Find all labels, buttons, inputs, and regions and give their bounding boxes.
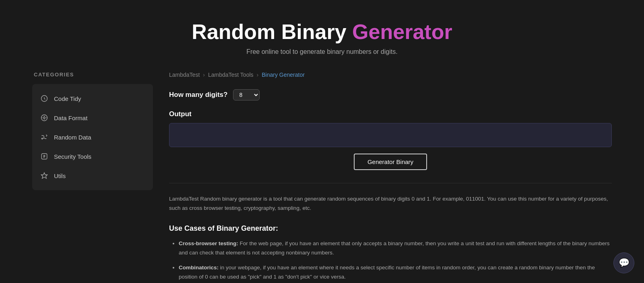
use-case-item-1: Combinatorics: in your webpage, if you h…	[179, 263, 612, 282]
random-data-icon	[40, 133, 48, 141]
sidebar: CATEGORIES Code Tidy	[32, 72, 153, 283]
sidebar-item-label-code-tidy: Code Tidy	[54, 95, 81, 102]
sidebar-item-label-utils: Utils	[54, 172, 66, 179]
digits-row: How many digits? 4 8 16 32 64 128	[169, 89, 612, 100]
chat-icon: 💬	[619, 258, 630, 268]
output-label: Output	[169, 110, 612, 118]
digits-select[interactable]: 4 8 16 32 64 128	[233, 89, 260, 100]
use-case-text-1: in your webpage, if you have an element …	[179, 265, 595, 280]
description-text: LambdaTest Random binary generator is a …	[169, 195, 612, 213]
use-case-text-0: For the web page, if you have an element…	[179, 240, 610, 256]
data-format-icon	[40, 114, 48, 122]
breadcrumb-sep-1: ›	[257, 72, 259, 78]
output-area	[169, 123, 612, 147]
sidebar-menu: Code Tidy Data Format	[32, 84, 153, 190]
tool-section: How many digits? 4 8 16 32 64 128 Output…	[169, 89, 612, 170]
sidebar-item-label-data-format: Data Format	[54, 115, 87, 121]
divider	[169, 183, 612, 183]
sidebar-item-random-data[interactable]: Random Data	[32, 127, 153, 147]
use-case-term-1: Combinatorics:	[179, 265, 219, 271]
generate-btn-row: Generator Binary	[169, 154, 612, 170]
breadcrumb-item-0[interactable]: LambdaTest	[169, 72, 200, 78]
page-header: Random Binary Generator Free online tool…	[0, 0, 644, 72]
sidebar-item-data-format[interactable]: Data Format	[32, 108, 153, 127]
chat-button[interactable]: 💬	[613, 252, 634, 273]
generate-binary-button[interactable]: Generator Binary	[354, 154, 427, 170]
breadcrumb-sep-0: ›	[203, 72, 205, 78]
main-container: CATEGORIES Code Tidy	[0, 72, 644, 283]
svg-marker-3	[41, 173, 47, 178]
digits-label: How many digits?	[169, 91, 227, 99]
use-cases-list: Cross-browser testing: For the web page,…	[169, 239, 612, 282]
utils-icon	[40, 172, 48, 180]
breadcrumb: LambdaTest › LambdaTest Tools › Binary G…	[169, 72, 612, 78]
sidebar-item-label-security-tools: Security Tools	[54, 153, 91, 160]
sidebar-item-code-tidy[interactable]: Code Tidy	[32, 89, 153, 108]
breadcrumb-item-2: Binary Generator	[262, 72, 305, 78]
use-case-term-0: Cross-browser testing:	[179, 240, 238, 246]
use-cases-title: Use Cases of Binary Generator:	[169, 224, 612, 233]
sidebar-item-utils[interactable]: Utils	[32, 166, 153, 185]
categories-label: CATEGORIES	[32, 72, 153, 78]
svg-point-1	[43, 117, 45, 119]
title-accent: Generator	[352, 20, 452, 43]
use-case-item-0: Cross-browser testing: For the web page,…	[179, 239, 612, 258]
code-tidy-icon	[40, 94, 48, 103]
main-content: LambdaTest › LambdaTest Tools › Binary G…	[169, 72, 612, 283]
security-tools-icon	[40, 152, 48, 160]
sidebar-item-label-random-data: Random Data	[54, 134, 91, 141]
page-title: Random Binary Generator	[8, 19, 636, 44]
breadcrumb-item-1[interactable]: LambdaTest Tools	[208, 72, 254, 78]
title-plain: Random Binary	[192, 20, 346, 43]
sidebar-item-security-tools[interactable]: Security Tools	[32, 147, 153, 166]
page-subtitle: Free online tool to generate binary numb…	[8, 48, 636, 55]
